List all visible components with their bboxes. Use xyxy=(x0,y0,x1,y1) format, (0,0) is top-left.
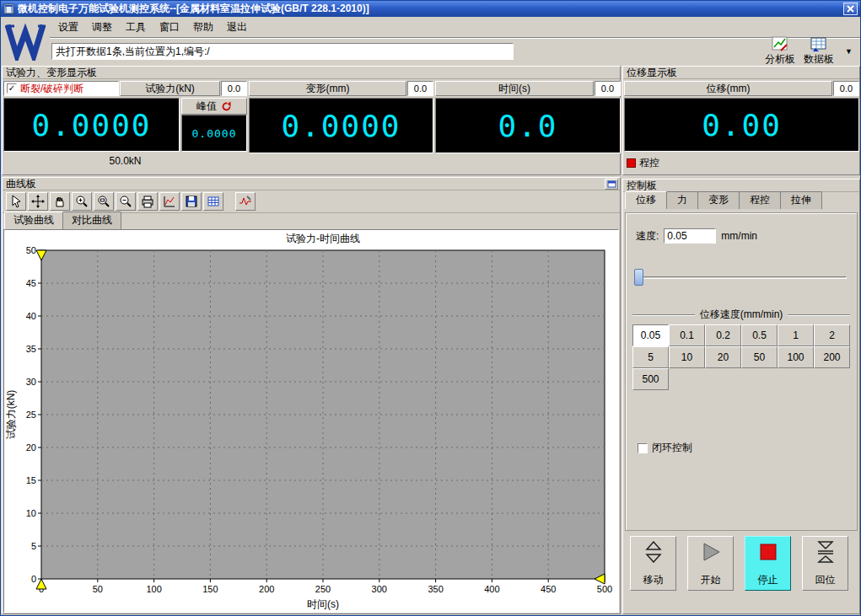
svg-text:35: 35 xyxy=(26,344,36,354)
control-tab[interactable]: 变形 xyxy=(697,191,740,209)
speed-option-button[interactable]: 200 xyxy=(814,346,850,368)
force-display: 0.0000 xyxy=(3,98,180,152)
stop-button-label: 停止 xyxy=(758,573,778,587)
speed-unit: mm/min xyxy=(721,230,757,242)
svg-text:400: 400 xyxy=(484,584,499,594)
menu-item[interactable]: 工具 xyxy=(119,19,153,36)
speed-option-button[interactable]: 0.05 xyxy=(632,324,669,346)
program-control-indicator[interactable] xyxy=(627,158,636,168)
curve-toolbar xyxy=(3,190,620,213)
zoom-out-button[interactable] xyxy=(116,192,136,211)
speed-group-title: 位移速度(mm/min) xyxy=(632,308,850,322)
home-button-label: 回位 xyxy=(815,573,836,587)
control-tab[interactable]: 程控 xyxy=(739,191,781,209)
speed-option-button[interactable]: 1 xyxy=(778,324,814,346)
signal-pencil-icon xyxy=(239,195,252,208)
status-input[interactable] xyxy=(51,43,514,60)
zoom-in-icon xyxy=(75,195,89,208)
stop-icon xyxy=(757,541,779,563)
zoom-window-button[interactable] xyxy=(94,192,114,211)
speed-option-button[interactable]: 500 xyxy=(632,368,669,390)
pan-tool-button[interactable] xyxy=(50,192,70,211)
move-tool-button[interactable] xyxy=(28,192,48,211)
svg-text:200: 200 xyxy=(259,584,274,594)
data-table-button[interactable] xyxy=(203,192,223,211)
svg-text:试验力-时间曲线: 试验力-时间曲线 xyxy=(286,233,360,244)
speed-option-button[interactable]: 5 xyxy=(632,346,669,368)
break-judge-cell: ✓ 断裂/破碎判断 xyxy=(3,81,119,96)
menu-item[interactable]: 窗口 xyxy=(153,19,186,36)
displacement-header-value: 0.0 xyxy=(833,81,859,96)
chart[interactable]: 试验力-时间曲线05101520253035404550050100150200… xyxy=(3,229,619,613)
deform-header-value: 0.0 xyxy=(407,81,433,96)
data-board-button[interactable]: 数据板 xyxy=(804,36,834,67)
print-button[interactable] xyxy=(137,192,158,211)
zoom-in-button[interactable] xyxy=(72,192,92,211)
menu-item[interactable]: 帮助 xyxy=(186,19,220,36)
speed-option-button[interactable]: 2 xyxy=(814,324,850,346)
curve-tabs: 试验曲线对比曲线 xyxy=(3,213,620,229)
svg-text:100: 100 xyxy=(146,584,161,594)
speed-row: 速度: mm/min xyxy=(636,228,757,244)
analysis-board-label: 分析板 xyxy=(765,52,795,67)
speed-option-button[interactable]: 100 xyxy=(778,346,814,368)
menu-item[interactable]: 设置 xyxy=(51,19,85,36)
popout-button[interactable] xyxy=(605,179,618,190)
speed-slider[interactable] xyxy=(634,269,847,286)
menu-item[interactable]: 退出 xyxy=(220,19,254,36)
control-tab[interactable]: 力 xyxy=(666,191,698,209)
svg-text:25: 25 xyxy=(26,410,36,420)
svg-text:50: 50 xyxy=(26,245,36,255)
select-tool-button[interactable] xyxy=(6,192,26,211)
curve-tab[interactable]: 试验曲线 xyxy=(4,212,63,229)
force-panel-title: 试验力、变形显示板 xyxy=(6,66,97,80)
curve-panel-header: 曲线板 xyxy=(3,178,620,190)
time-display: 0.0 xyxy=(435,98,621,153)
slider-thumb[interactable] xyxy=(634,269,643,286)
speed-input[interactable] xyxy=(664,228,716,244)
speed-option-button[interactable]: 0.1 xyxy=(669,324,705,346)
move-button-label: 移动 xyxy=(643,573,664,587)
menu-item[interactable]: 调整 xyxy=(85,19,119,36)
peak-display: 0.0000 xyxy=(181,115,247,152)
speed-label: 速度: xyxy=(636,229,659,244)
calibrate-button[interactable] xyxy=(235,192,256,211)
svg-text:10: 10 xyxy=(26,508,36,518)
closed-loop-checkbox[interactable] xyxy=(638,443,648,453)
save-curve-button[interactable] xyxy=(181,192,202,211)
popout-icon xyxy=(607,180,616,188)
break-judge-label: 断裂/破碎判断 xyxy=(20,82,83,96)
program-control-row: 程控 xyxy=(627,156,659,170)
home-icon xyxy=(815,541,836,563)
svg-text:0: 0 xyxy=(31,574,36,584)
control-tab[interactable]: 位移 xyxy=(625,191,667,209)
control-panel-title: 控制板 xyxy=(627,179,657,193)
svg-text:20: 20 xyxy=(26,442,36,453)
data-board-label: 数据板 xyxy=(804,52,834,67)
svg-text:350: 350 xyxy=(428,584,443,594)
svg-text:450: 450 xyxy=(541,584,556,594)
move-button[interactable]: 移动 xyxy=(630,536,676,591)
svg-text:50: 50 xyxy=(93,584,103,594)
displacement-panel-title: 位移显示板 xyxy=(627,66,677,80)
home-button[interactable]: 回位 xyxy=(802,536,848,591)
control-tab[interactable]: 拉伸 xyxy=(780,191,822,209)
displacement-display: 0.00 xyxy=(624,98,859,152)
deform-display: 0.0000 xyxy=(249,98,433,153)
close-button[interactable] xyxy=(843,3,858,15)
start-button[interactable]: 开始 xyxy=(687,536,734,591)
speed-option-button[interactable]: 50 xyxy=(741,346,778,368)
break-judge-checkbox[interactable]: ✓ xyxy=(7,83,17,94)
analysis-board-button[interactable]: 分析板 xyxy=(765,36,795,67)
peak-refresh-icon[interactable] xyxy=(221,101,232,112)
curve-style-button[interactable] xyxy=(159,192,180,211)
curve-tab[interactable]: 对比曲线 xyxy=(62,212,121,229)
speed-option-button[interactable]: 10 xyxy=(669,346,705,368)
speed-options: 0.050.10.20.5125102050100200500 xyxy=(632,324,852,390)
speed-option-button[interactable]: 20 xyxy=(705,346,741,368)
stop-button[interactable]: 停止 xyxy=(745,536,791,591)
speed-option-button[interactable]: 0.5 xyxy=(741,324,778,346)
toolbar-overflow-button[interactable]: ▼ xyxy=(842,46,855,57)
speed-option-button[interactable]: 0.2 xyxy=(705,324,741,346)
titlebar: 微机控制电子万能试验机测控系统--[金属材料室温拉伸试验(GB/T 228.1-… xyxy=(1,1,860,17)
